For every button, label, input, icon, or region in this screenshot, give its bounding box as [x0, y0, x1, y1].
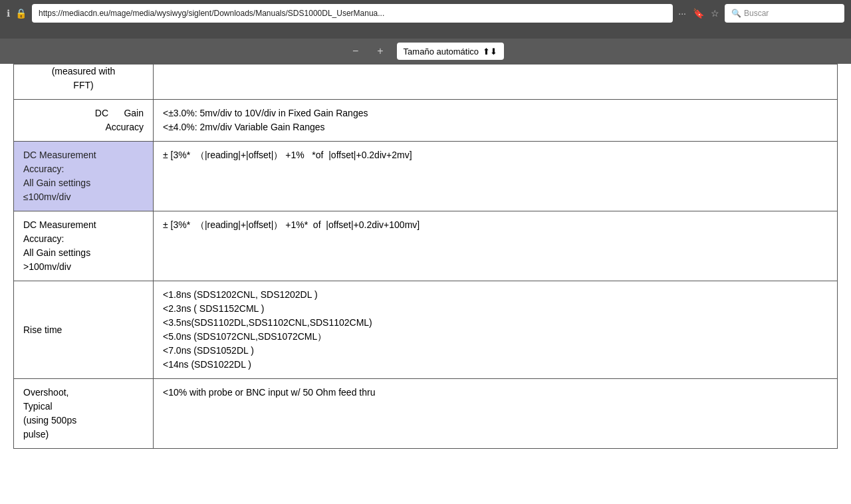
- address-bar[interactable]: https://mediacdn.eu/mage/media/wysiwyg/s…: [32, 4, 673, 23]
- cell-label-overshoot: Overshoot,Typical(using 500pspulse): [14, 379, 154, 449]
- size-selector[interactable]: Tamaño automático ⬆⬇: [397, 43, 504, 60]
- table-row: DC GainAccuracy <±3.0%: 5mv/div to 10V/d…: [14, 100, 838, 142]
- lock-icon: 🔒: [15, 8, 27, 19]
- cell-value-overshoot: <10% with probe or BNC input w/ 50 Ohm f…: [154, 379, 838, 449]
- page-content: (measured withFFT) DC GainAccuracy <±3.0…: [0, 64, 851, 504]
- cell-label-dc-meas-2: DC MeasurementAccuracy:All Gain settings…: [14, 211, 154, 281]
- cell-value-rise-time: <1.8ns (SDS1202CNL, SDS1202DL ) <2.3ns (…: [154, 281, 838, 379]
- browser-chrome: ℹ 🔒 https://mediacdn.eu/mage/media/wysiw…: [0, 0, 851, 39]
- toolbar-row: − + Tamaño automático ⬆⬇: [0, 39, 851, 64]
- table-row: DC MeasurementAccuracy:All Gain settings…: [14, 142, 838, 211]
- zoom-out-button[interactable]: −: [347, 44, 364, 59]
- star-icon[interactable]: ☆: [711, 8, 719, 19]
- search-bar[interactable]: 🔍 Buscar: [725, 4, 844, 23]
- zoom-in-button[interactable]: +: [372, 44, 388, 59]
- size-label: Tamaño automático: [404, 47, 479, 57]
- table-row: Rise time <1.8ns (SDS1202CNL, SDS1202DL …: [14, 281, 838, 379]
- cell-label-dc-meas-1: DC MeasurementAccuracy:All Gain settings…: [14, 142, 154, 211]
- cell-value-dc-gain: <±3.0%: 5mv/div to 10V/div in Fixed Gain…: [154, 100, 838, 142]
- search-placeholder: Buscar: [744, 9, 769, 18]
- cell-value-fft: [154, 64, 838, 100]
- size-dropdown-icon: ⬆⬇: [483, 47, 497, 57]
- bookmark-icon[interactable]: 🔖: [693, 8, 704, 19]
- search-icon: 🔍: [731, 9, 741, 18]
- cell-value-dc-meas-2: ± [3%* （|reading|+|offset|） +1%* of |off…: [154, 211, 838, 281]
- spec-table: (measured withFFT) DC GainAccuracy <±3.0…: [13, 64, 838, 449]
- table-row: Overshoot,Typical(using 500pspulse) <10%…: [14, 379, 838, 449]
- cell-value-dc-meas-1: ± [3%* （|reading|+|offset|） +1% *of |off…: [154, 142, 838, 211]
- menu-icon[interactable]: ···: [678, 8, 686, 19]
- cell-label-dc-gain: DC GainAccuracy: [14, 100, 154, 142]
- cell-label-rise-time: Rise time: [14, 281, 154, 379]
- cell-label-fft: (measured withFFT): [14, 64, 154, 100]
- table-row: DC MeasurementAccuracy:All Gain settings…: [14, 211, 838, 281]
- info-icon: ℹ: [7, 8, 10, 19]
- address-bar-row: ℹ 🔒 https://mediacdn.eu/mage/media/wysiw…: [0, 0, 851, 27]
- url-text: https://mediacdn.eu/mage/media/wysiwyg/s…: [39, 9, 666, 18]
- table-row: (measured withFFT): [14, 64, 838, 100]
- nav-icons: ··· 🔖 ☆: [678, 8, 719, 19]
